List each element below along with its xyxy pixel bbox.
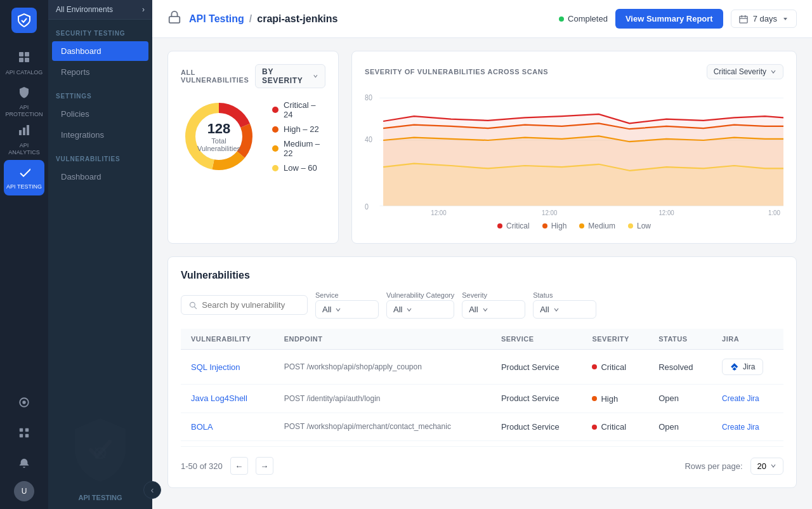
- sidebar-item-api-testing[interactable]: API TESTING: [4, 160, 44, 195]
- severity-filter-group: Severity All: [462, 291, 525, 319]
- severity-dot: [592, 396, 597, 401]
- svg-rect-15: [740, 16, 747, 23]
- sidebar-footer-label: API TESTING: [56, 494, 145, 501]
- grid-icon: [18, 51, 30, 67]
- svg-rect-8: [25, 428, 29, 432]
- sidebar-item-vuln-dashboard[interactable]: Dashboard: [52, 167, 148, 187]
- breadcrumb-parent[interactable]: API Testing: [189, 13, 244, 25]
- vulnerability-link[interactable]: Java Log4Shell: [191, 393, 247, 403]
- view-summary-button[interactable]: View Summary Report: [615, 9, 723, 29]
- date-selector[interactable]: 7 days: [731, 10, 797, 28]
- donut-center: 128 TotalVulnerabilities: [197, 121, 240, 152]
- legend-low-label: Low – 60: [284, 163, 317, 173]
- legend-low-text: Low: [637, 221, 651, 230]
- sidebar-item-dashboard[interactable]: Dashboard: [52, 41, 148, 61]
- chevron-down-icon: [313, 73, 318, 79]
- high-dot: [272, 126, 278, 133]
- cell-status: Open: [648, 385, 712, 413]
- environment-label: All Environments: [56, 5, 113, 14]
- search-icon: [189, 301, 197, 310]
- svg-rect-0: [19, 52, 23, 56]
- svg-rect-2: [19, 58, 23, 62]
- sidebar-item-policies[interactable]: Policies: [52, 104, 148, 124]
- legend-critical: Critical: [497, 221, 530, 230]
- legend-high: High: [542, 221, 567, 230]
- status-filter-dropdown[interactable]: All: [533, 300, 596, 319]
- jira-button[interactable]: Jira: [722, 359, 763, 375]
- vuln-category-filter-group: Vulnerability Category All: [386, 291, 454, 319]
- service-filter-group: Service All: [315, 291, 379, 319]
- vuln-category-filter-label: Vulnerability Category: [386, 291, 454, 299]
- status-filter-value: All: [540, 305, 549, 314]
- sidebar-collapse-button[interactable]: ‹: [143, 481, 161, 499]
- cell-severity: High: [582, 385, 648, 413]
- severity-chart-card: SEVERITY OF VULNERABILITIES ACROSS SCANS…: [351, 51, 797, 244]
- chart-severity-filter[interactable]: Critical Severity: [707, 64, 783, 79]
- status-completed: Completed: [559, 14, 608, 23]
- severity-filter-dropdown[interactable]: All: [462, 300, 525, 319]
- svg-rect-7: [20, 428, 23, 432]
- vuln-category-filter-dropdown[interactable]: All: [386, 300, 454, 319]
- sidebar-item-integrations[interactable]: Integrations: [52, 125, 148, 145]
- vulnerability-link[interactable]: BOLA: [191, 422, 213, 432]
- search-box[interactable]: [181, 295, 308, 315]
- section-label-settings: SETTINGS: [48, 83, 152, 103]
- cell-vulnerability: SQL Injection: [181, 350, 274, 385]
- cell-vulnerability: Java Log4Shell: [181, 385, 274, 413]
- cell-jira: Create Jira: [712, 413, 783, 441]
- svg-text:80: 80: [365, 93, 372, 102]
- cell-status: Resolved: [648, 350, 712, 385]
- total-label: TotalVulnerabilities: [197, 137, 240, 152]
- severity-label: Critical: [601, 422, 626, 432]
- severity-filter-dropdown[interactable]: By Severity: [255, 64, 325, 88]
- severity-label: High: [601, 394, 618, 404]
- cell-endpoint: POST /workshop/api/merchant/contact_mech…: [274, 413, 491, 441]
- chart-area: 80 40 0: [365, 89, 783, 216]
- sidebar-item-reports[interactable]: Reports: [52, 62, 148, 82]
- notifications-icon-btn[interactable]: [4, 451, 44, 476]
- severity-dot: [592, 425, 597, 430]
- legend-medium-label: Medium – 22: [284, 139, 325, 158]
- rows-per-page-selector[interactable]: 20: [750, 458, 783, 475]
- search-input[interactable]: [202, 300, 299, 310]
- chevron-down-icon: [335, 307, 341, 313]
- sidebar-item-api-protection[interactable]: API PROTECTION: [4, 84, 44, 119]
- severity-filter-label: Severity: [462, 291, 525, 299]
- extensions-icon-btn[interactable]: [4, 420, 44, 446]
- avatar[interactable]: U: [14, 481, 34, 501]
- service-filter-dropdown[interactable]: All: [315, 300, 379, 319]
- chart-legend: Critical High Medium Low: [365, 221, 783, 230]
- table-row: BOLA POST /workshop/api/merchant/contact…: [181, 413, 783, 441]
- prev-page-button[interactable]: ←: [230, 457, 248, 475]
- cell-status: Open: [648, 413, 712, 441]
- environment-selector[interactable]: All Environments ›: [48, 0, 152, 20]
- create-jira-button[interactable]: Create Jira: [722, 394, 759, 403]
- pagination: 1-50 of 320 ← → Rows per page: 20: [181, 446, 783, 475]
- col-severity: SEVERITY: [582, 329, 648, 350]
- settings-icon-btn[interactable]: [4, 390, 44, 415]
- legend-high: High – 22: [272, 124, 325, 134]
- medium-dot: [579, 223, 584, 228]
- chevron-down-icon: [406, 307, 412, 313]
- next-page-button[interactable]: →: [256, 457, 273, 475]
- vulnerability-link[interactable]: SQL Injection: [191, 362, 240, 372]
- col-endpoint: ENDPOINT: [274, 329, 491, 350]
- vulnerabilities-section-title: Vulnerabilities: [181, 270, 783, 281]
- cell-endpoint: POST /workshop/api/shop/apply_coupon: [274, 350, 491, 385]
- table-row: Java Log4Shell POST /identity/api/auth/l…: [181, 385, 783, 413]
- svg-text:12:00: 12:00: [431, 209, 446, 216]
- svg-text:12:00: 12:00: [542, 209, 557, 216]
- sidebar-item-api-analytics[interactable]: API ANALYTICS: [4, 122, 44, 157]
- svg-marker-30: [383, 114, 783, 206]
- chevron-down-icon: [482, 307, 488, 313]
- legend-medium-text: Medium: [588, 221, 615, 230]
- severity-dot: [592, 364, 597, 369]
- create-jira-button[interactable]: Create Jira: [722, 423, 759, 432]
- section-label-vulnerabilities: VULNERABILITIES: [48, 145, 152, 166]
- icon-bar-label: API PROTECTION: [4, 104, 44, 118]
- icon-bar-label: API TESTING: [6, 183, 42, 190]
- icon-bar-label: API ANALYTICS: [4, 142, 44, 156]
- col-jira: JIRA: [712, 329, 783, 350]
- svg-rect-9: [20, 434, 23, 437]
- sidebar-item-api-catalog[interactable]: API CATALOG: [4, 46, 44, 81]
